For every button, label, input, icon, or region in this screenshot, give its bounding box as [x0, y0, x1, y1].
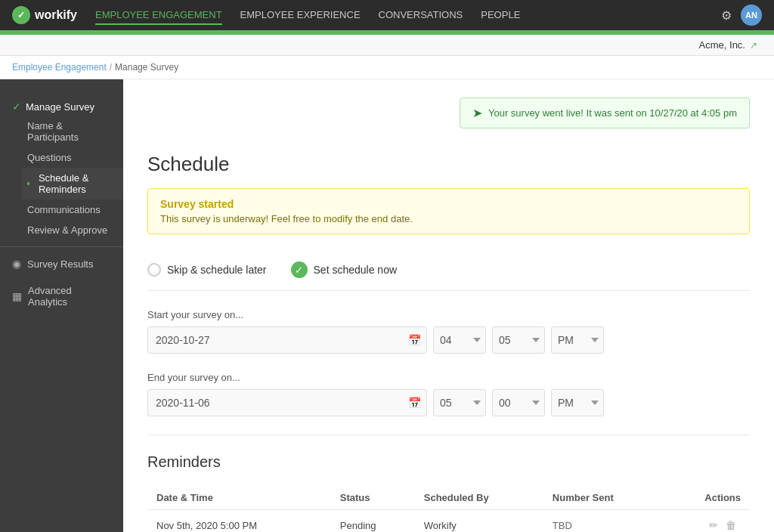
reminder-number-sent: TBD	[543, 510, 666, 533]
sidebar-item-review-approve-label: Review & Approve	[27, 224, 107, 236]
content-inner: ➤ Your survey went live! It was sent on …	[123, 79, 774, 532]
reminders-table-head: Date & Time Status Scheduled By Number S…	[147, 486, 750, 510]
skip-radio[interactable]	[147, 263, 161, 277]
sidebar-item-survey-results[interactable]: ◉ Survey Results	[0, 250, 123, 277]
sidebar-item-schedule-reminders-label: Schedule & Reminders	[39, 172, 111, 195]
sidebar-divider	[0, 246, 123, 247]
reminder-row: Nov 5th, 2020 5:00 PM Pending Workify TB…	[147, 510, 750, 533]
reminder-scheduled-by: Workify	[415, 510, 543, 533]
app-logo: ✓ workify	[12, 6, 77, 24]
start-minute-select[interactable]: 05 001015 202530 354045 5055	[492, 326, 545, 354]
reminders-header-row: Date & Time Status Scheduled By Number S…	[147, 486, 750, 510]
sidebar-item-questions-label: Questions	[27, 152, 72, 163]
reminder-actions: ✏ 🗑	[666, 510, 750, 533]
edit-icon[interactable]: ✏	[709, 519, 718, 531]
reminder-datetime: Nov 5th, 2020 5:00 PM	[147, 510, 331, 533]
schedule-options: Skip & schedule later ✓ Set schedule now	[147, 249, 750, 291]
sidebar-manage-survey-label: Manage Survey	[26, 101, 94, 113]
set-check[interactable]: ✓	[291, 261, 308, 278]
breadcrumb-separator: /	[110, 62, 112, 73]
external-link-icon: ↗	[750, 40, 757, 51]
delete-icon[interactable]: 🗑	[726, 519, 736, 531]
set-schedule-option[interactable]: ✓ Set schedule now	[291, 261, 398, 278]
end-ampm-select[interactable]: PM AM	[551, 389, 604, 416]
survey-live-notification: ➤ Your survey went live! It was sent on …	[460, 97, 750, 128]
col-scheduled-by: Scheduled By	[415, 486, 543, 510]
sidebar-item-name-participants[interactable]: Name & Participants	[21, 116, 123, 147]
survey-started-alert: Survey started This survey is underway! …	[147, 188, 750, 234]
sidebar-manage-survey-section: ✓ Manage Survey Name & Participants Ques…	[0, 85, 123, 243]
nav-right: ⚙ AN	[721, 5, 762, 26]
nav-employee-engagement[interactable]: EMPLOYEE ENGAGEMENT	[95, 6, 222, 25]
send-icon: ➤	[472, 106, 482, 120]
company-name: Acme, Inc.	[699, 39, 745, 51]
reminders-section: Reminders Date & Time Status Scheduled B…	[147, 435, 750, 532]
page-title: Schedule	[147, 153, 750, 176]
nav-links: EMPLOYEE ENGAGEMENT EMPLOYEE EXPERIENCE …	[95, 6, 703, 25]
alert-body: This survey is underway! Feel free to mo…	[160, 213, 737, 224]
end-date-input-wrap: 📅	[147, 389, 427, 416]
set-label[interactable]: Set schedule now	[314, 264, 398, 276]
skip-schedule-option[interactable]: Skip & schedule later	[147, 263, 267, 277]
content-area: ➤ Your survey went live! It was sent on …	[123, 79, 774, 532]
top-nav: ✓ workify EMPLOYEE ENGAGEMENT EMPLOYEE E…	[0, 0, 774, 30]
start-calendar-icon[interactable]: 📅	[408, 334, 421, 346]
col-status: Status	[331, 486, 415, 510]
start-date-section: Start your survey on... 📅 04 010203 0506…	[147, 309, 750, 354]
sidebar-item-advanced-analytics[interactable]: ▦ Advanced Analytics	[0, 277, 123, 315]
sidebar-item-communications[interactable]: Communications	[21, 200, 123, 220]
reminders-table: Date & Time Status Scheduled By Number S…	[147, 486, 750, 532]
sidebar-item-questions[interactable]: Questions	[21, 147, 123, 168]
breadcrumb: Employee Engagement / Manage Survey	[0, 56, 774, 79]
start-hour-select[interactable]: 04 010203 050607 080910 1112	[433, 326, 486, 354]
sidebar-item-review-approve[interactable]: Review & Approve	[21, 220, 123, 240]
sidebar-item-name-participants-label: Name & Participants	[27, 120, 111, 143]
avatar[interactable]: AN	[741, 5, 762, 26]
end-minute-select[interactable]: 00 051015 202530 354045 5055	[492, 389, 545, 416]
end-date-label: End your survey on...	[147, 372, 750, 383]
nav-employee-experience[interactable]: EMPLOYEE EXPERIENCE	[240, 6, 361, 25]
sidebar-item-communications-label: Communications	[27, 204, 101, 215]
reminders-title: Reminders	[147, 453, 750, 471]
chart-icon: ◉	[12, 258, 21, 270]
main-layout: ✓ Manage Survey Name & Participants Ques…	[0, 79, 774, 532]
sidebar-survey-results-label: Survey Results	[27, 258, 93, 270]
col-datetime: Date & Time	[147, 486, 331, 510]
breadcrumb-parent[interactable]: Employee Engagement	[12, 62, 107, 73]
gear-icon[interactable]: ⚙	[721, 8, 732, 23]
start-date-input-wrap: 📅	[147, 326, 427, 354]
sidebar-manage-survey-header[interactable]: ✓ Manage Survey	[0, 93, 123, 116]
reminders-table-body: Nov 5th, 2020 5:00 PM Pending Workify TB…	[147, 510, 750, 533]
company-bar: Acme, Inc. ↗	[0, 35, 774, 56]
check-icon: ✓	[12, 101, 21, 113]
breadcrumb-current: Manage Survey	[115, 62, 178, 73]
end-calendar-icon[interactable]: 📅	[408, 397, 421, 409]
sidebar-advanced-analytics-label: Advanced Analytics	[28, 285, 111, 308]
nav-people[interactable]: PEOPLE	[481, 6, 520, 25]
nav-conversations[interactable]: CONVERSATIONS	[379, 6, 463, 25]
end-date-section: End your survey on... 📅 05 010203 040607…	[147, 372, 750, 416]
logo-icon: ✓	[12, 6, 30, 24]
tbd-badge: TBD	[553, 520, 572, 531]
end-hour-select[interactable]: 05 010203 040607 080910 1112	[433, 389, 486, 416]
skip-label[interactable]: Skip & schedule later	[167, 264, 267, 276]
sidebar-sub-items: Name & Participants Questions Schedule &…	[0, 116, 123, 240]
start-ampm-select[interactable]: PM AM	[551, 326, 604, 354]
sidebar: ✓ Manage Survey Name & Participants Ques…	[0, 79, 123, 532]
col-number-sent: Number Sent	[543, 486, 666, 510]
start-date-input[interactable]	[147, 326, 427, 354]
start-date-label: Start your survey on...	[147, 309, 750, 320]
alert-title: Survey started	[160, 198, 737, 210]
end-date-input[interactable]	[147, 389, 427, 416]
reminder-status: Pending	[331, 510, 415, 533]
end-date-row: 📅 05 010203 040607 080910 1112 00 051015…	[147, 389, 750, 416]
sidebar-item-schedule-reminders[interactable]: Schedule & Reminders	[21, 168, 123, 200]
notification-text: Your survey went live! It was sent on 10…	[488, 107, 737, 119]
col-actions: Actions	[666, 486, 750, 510]
bar-chart-icon: ▦	[12, 290, 22, 302]
logo-text: workify	[35, 8, 77, 22]
start-date-row: 📅 04 010203 050607 080910 1112 05 001015…	[147, 326, 750, 354]
